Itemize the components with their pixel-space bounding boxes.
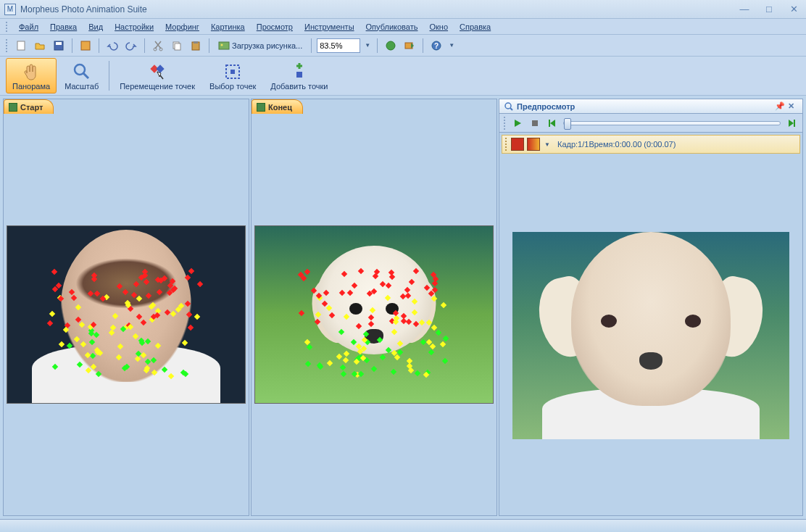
- morph-dot[interactable]: [188, 268, 194, 274]
- help-button[interactable]: ?: [428, 38, 444, 54]
- gradient-swatch[interactable]: [527, 138, 540, 151]
- svg-rect-27: [794, 120, 795, 127]
- start-tab[interactable]: Старт: [4, 99, 54, 114]
- select-dots-tool[interactable]: Выбор точек: [203, 58, 262, 93]
- new-button[interactable]: [13, 38, 29, 54]
- magnifier-icon: [72, 62, 92, 82]
- stop-button[interactable]: [528, 117, 541, 130]
- cut-button[interactable]: [150, 38, 166, 54]
- hand-icon: [21, 62, 41, 82]
- menu-view[interactable]: Вид: [86, 21, 106, 33]
- menu-tools[interactable]: Инструменты: [302, 21, 357, 33]
- svg-rect-2: [56, 42, 62, 45]
- zoom-input[interactable]: [317, 38, 360, 53]
- standard-toolbar: Загрузка рисунка... ▼ ? ▼: [0, 35, 806, 57]
- svg-rect-9: [194, 41, 198, 43]
- morph-dot[interactable]: [58, 341, 64, 347]
- start-color-swatch[interactable]: [511, 138, 524, 151]
- svg-text:?: ?: [434, 42, 439, 50]
- preview-image: [512, 232, 789, 439]
- select-dots-label: Выбор точек: [209, 82, 256, 91]
- toolbar-grip[interactable]: [6, 39, 9, 52]
- end-tab[interactable]: Конец: [252, 99, 303, 114]
- picture-icon: [9, 103, 17, 112]
- select-dots-icon: [223, 62, 243, 82]
- close-button[interactable]: ✕: [786, 4, 802, 15]
- step-back-button[interactable]: [546, 117, 559, 130]
- paste-button[interactable]: [188, 38, 204, 54]
- framebar-grip[interactable]: [505, 138, 508, 151]
- save-button[interactable]: [51, 38, 67, 54]
- load-picture-label: Загрузка рисунка...: [232, 41, 302, 50]
- add-dots-tool[interactable]: Добавить точки: [264, 58, 334, 93]
- start-panel: Старт: [3, 99, 249, 516]
- menu-browse[interactable]: Просмотр: [254, 21, 296, 33]
- menu-picture[interactable]: Картинка: [208, 21, 248, 33]
- svg-rect-3: [81, 41, 90, 50]
- zoom-dropdown[interactable]: ▼: [363, 38, 372, 53]
- scale-label: Масштаб: [65, 82, 99, 91]
- svg-point-12: [386, 41, 395, 50]
- morph-dot[interactable]: [194, 313, 199, 319]
- timeline-slider[interactable]: [563, 121, 781, 125]
- start-tab-label: Старт: [20, 103, 43, 112]
- workspace: Старт Конец Предпросм: [0, 96, 806, 519]
- swatch-dropdown[interactable]: ▼: [543, 137, 552, 151]
- svg-point-11: [221, 43, 223, 46]
- morph-dot[interactable]: [47, 320, 53, 325]
- svg-rect-21: [230, 70, 235, 74]
- magnifier-icon: [504, 101, 514, 112]
- app-icon: M: [4, 4, 16, 15]
- svg-rect-25: [532, 120, 538, 126]
- close-panel-button[interactable]: ✕: [788, 101, 798, 112]
- menu-bar: Файл Правка Вид Настройки Морфинг Картин…: [0, 19, 806, 35]
- step-forward-button[interactable]: [785, 117, 798, 130]
- menu-grip[interactable]: [6, 22, 9, 32]
- end-panel: Конец: [251, 99, 497, 516]
- move-dot-icon: [147, 62, 167, 82]
- redo-button[interactable]: [123, 38, 139, 54]
- open-button[interactable]: [32, 38, 48, 54]
- title-bar: M Morpheus Photo Animation Suite — □ ✕: [0, 0, 806, 19]
- copy-button[interactable]: [169, 38, 185, 54]
- tools-toolbar: Панорама Масштаб Перемещение точек Выбор…: [0, 57, 806, 96]
- menu-settings[interactable]: Настройки: [112, 21, 157, 33]
- svg-point-23: [505, 103, 511, 109]
- panorama-label: Панорама: [12, 82, 50, 91]
- svg-rect-22: [296, 72, 302, 78]
- svg-rect-7: [175, 43, 180, 50]
- menu-help[interactable]: Справка: [457, 21, 494, 33]
- move-dots-label: Перемещение точек: [120, 82, 195, 91]
- play-bar: [499, 114, 802, 133]
- playbar-grip[interactable]: [504, 117, 507, 130]
- end-canvas[interactable]: [254, 225, 494, 404]
- morph-dot[interactable]: [51, 269, 57, 275]
- menu-publish[interactable]: Опубликовать: [363, 21, 421, 33]
- preview-panel: Предпросмотр 📌 ✕ ▼ Кадр:1/1Время:0:00.00…: [499, 99, 803, 516]
- morph-dot[interactable]: [197, 281, 203, 287]
- web-button[interactable]: [383, 38, 399, 54]
- scale-tool[interactable]: Масштаб: [58, 58, 105, 93]
- help-dropdown[interactable]: ▼: [447, 38, 456, 53]
- menu-window[interactable]: Окно: [427, 21, 452, 33]
- play-button[interactable]: [511, 117, 524, 130]
- menu-morphing[interactable]: Морфинг: [162, 21, 202, 33]
- menu-file[interactable]: Файл: [16, 21, 41, 33]
- start-canvas[interactable]: [7, 225, 246, 404]
- morph-dot[interactable]: [49, 311, 55, 317]
- pin-button[interactable]: 📌: [775, 101, 785, 112]
- load-picture-button[interactable]: Загрузка рисунка...: [215, 38, 306, 54]
- app-title: Morpheus Photo Animation Suite: [20, 4, 736, 14]
- minimize-button[interactable]: —: [736, 4, 752, 15]
- menu-edit[interactable]: Правка: [47, 21, 80, 33]
- add-dots-label: Добавить точки: [270, 82, 328, 91]
- slider-thumb[interactable]: [564, 118, 571, 130]
- panorama-tool[interactable]: Панорама: [6, 58, 57, 93]
- undo-button[interactable]: [104, 38, 120, 54]
- frame-bar: ▼ Кадр:1/1Время:0:00.00 (0:00.07): [502, 135, 800, 154]
- options-button[interactable]: [78, 38, 94, 54]
- move-dots-tool[interactable]: Перемещение точек: [113, 58, 202, 93]
- end-tab-label: Конец: [268, 103, 292, 112]
- maximize-button[interactable]: □: [761, 4, 777, 15]
- share-button[interactable]: [402, 38, 417, 54]
